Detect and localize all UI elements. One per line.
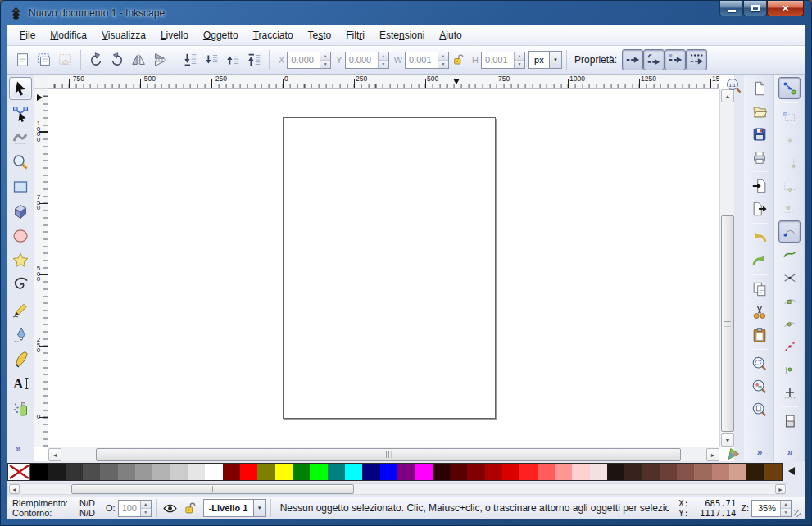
palette-swatch[interactable] [555,464,572,480]
palette-swatch[interactable] [380,464,397,480]
open-button[interactable] [748,100,770,122]
toolbox-overflow-button[interactable]: » [16,443,20,455]
palette-swatch[interactable] [275,464,293,480]
palette-swatch[interactable] [660,464,677,480]
palette-swatch[interactable] [502,464,519,480]
palette-scrollbar[interactable]: ◄ ► [7,483,787,495]
menu-aiuto[interactable]: Aiuto [432,27,469,43]
palette-swatch[interactable] [519,464,537,480]
palette-swatch[interactable] [135,464,152,480]
palette-swatch[interactable] [66,464,83,480]
tool-pen[interactable] [9,323,32,346]
palette-swatch[interactable] [485,464,502,480]
document-page[interactable] [283,117,496,419]
palette-swatch[interactable] [345,464,362,480]
raise-button[interactable] [222,49,243,70]
vertical-scrollbar[interactable]: ▲ ▼ [719,89,734,447]
palette-swatch[interactable] [118,464,135,480]
palette-swatch[interactable] [362,464,379,480]
redo-button[interactable] [748,249,770,271]
palette-swatch[interactable] [30,464,48,480]
palette-swatch[interactable] [240,464,257,480]
palette-swatch[interactable] [83,464,100,480]
palette-swatch[interactable] [712,464,729,480]
w-field[interactable]: 0.001▲▼ [405,52,449,69]
unit-selector[interactable]: px▼ [528,51,562,69]
layer-lock-button[interactable] [180,498,200,518]
flip-horizontal-button[interactable] [128,49,149,70]
horizontal-ruler[interactable]: -750-500-2500250500750100012501500 [48,75,719,89]
tool-node-editor[interactable] [9,102,32,125]
palette-swatch[interactable] [538,464,555,480]
zoom-field[interactable]: 35% ▲▼ [751,500,792,517]
palette-swatch[interactable] [764,464,782,480]
tool-zoom[interactable] [9,151,32,174]
menu-filtri[interactable]: Filtri [338,27,372,43]
w-spinner[interactable]: ▲▼ [438,52,448,68]
affect-stroke-toggle[interactable] [622,49,643,70]
undo-button[interactable] [748,226,770,248]
scroll-left-arrow[interactable]: ◄ [48,448,61,461]
palette-swatch[interactable] [450,464,467,480]
palette-swatch[interactable] [624,464,642,480]
snap-bbox-midpoints-toggle[interactable] [778,175,801,197]
lock-aspect-ratio-button[interactable] [449,50,467,70]
cmdbar-overflow-button[interactable]: » [757,447,762,458]
titlebar[interactable]: Nuovo documento 1 - Inkscape ✕ [1,1,811,25]
x-field[interactable]: 0.000▲▼ [287,52,331,69]
import-button[interactable] [748,175,770,197]
snap-smooth-nodes-toggle[interactable] [778,312,801,334]
unit-dropdown-button[interactable]: ▼ [550,51,562,69]
layer-dropdown-button[interactable]: ▼ [254,499,266,517]
rotate-ccw-button[interactable] [85,49,107,70]
fill-stroke-indicator[interactable]: Riempimento:N/D Contorno:N/D [12,498,104,518]
palette-swatch[interactable] [415,464,432,480]
minimize-button[interactable] [719,1,743,16]
h-field[interactable]: 0.001▲▼ [481,52,525,69]
palette-swatch[interactable] [607,464,624,480]
menu-estensioni[interactable]: Estensioni [372,27,432,43]
palette-swatch[interactable] [467,464,484,480]
palette-swatch[interactable] [152,464,170,480]
tool-pencil[interactable] [9,298,32,321]
lower-to-bottom-button[interactable] [179,49,201,70]
deselect-button[interactable] [55,49,76,70]
zoom-spinner[interactable]: ▲▼ [780,501,791,516]
snap-midpoints-toggle[interactable] [778,335,801,357]
palette-swatch[interactable] [223,464,240,480]
maximize-button[interactable] [743,1,767,16]
palette-swatch[interactable] [694,464,711,480]
palette-swatch[interactable] [48,464,65,480]
menu-oggetto[interactable]: Oggetto [196,27,246,43]
palette-swatch[interactable] [205,464,222,480]
palette-swatch-none[interactable] [8,464,30,480]
palette-swatch[interactable] [642,464,659,480]
zoom-page-button[interactable] [748,398,770,420]
snap-paths-toggle[interactable] [778,243,801,265]
tool-calligraphy[interactable] [9,347,32,370]
snap-bbox-centers-toggle[interactable] [778,197,801,220]
lower-button[interactable] [201,49,222,70]
menu-tracciato[interactable]: Tracciato [246,27,301,43]
h-spinner[interactable]: ▲▼ [514,52,524,68]
menu-testo[interactable]: Testo [301,27,339,43]
copy-button[interactable] [748,278,770,300]
palette-swatch[interactable] [677,464,694,480]
x-spinner[interactable]: ▲▼ [320,52,330,68]
layer-visibility-button[interactable] [161,498,180,518]
tool-ellipse[interactable] [9,224,32,247]
horizontal-scrollbar-thumb[interactable] [96,448,681,461]
snap-intersections-toggle[interactable] [778,266,801,288]
palette-menu-arrow[interactable] [788,467,795,475]
rotate-cw-button[interactable] [107,49,128,70]
cut-button[interactable] [748,301,770,323]
tool-tweak[interactable] [9,126,32,149]
snap-enable-toggle[interactable] [778,77,801,99]
menu-livello[interactable]: Livello [153,27,196,43]
palette-scroll-right-arrow[interactable]: ► [775,484,786,494]
snap-centers-toggle[interactable] [778,358,801,380]
snap-cusp-nodes-toggle[interactable] [778,289,801,311]
palette-swatch[interactable] [572,464,589,480]
opacity-spinner[interactable]: ▲▼ [140,501,151,516]
snapbar-overflow-button[interactable]: » [787,447,792,458]
